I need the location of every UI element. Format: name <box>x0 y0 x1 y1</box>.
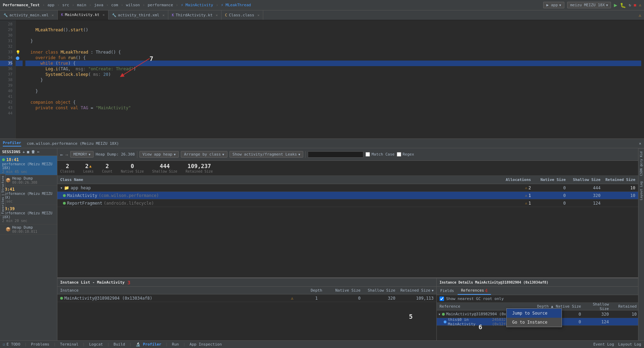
tab-label-activity-third: activity_third.xml <box>118 13 159 17</box>
status-problems[interactable]: Problems <box>31 342 49 347</box>
table-row-app-heap[interactable]: ▾ 📁 app heap ⚠ 2 0 444 10 <box>57 184 638 192</box>
side-label-layout-log[interactable]: Layout Log <box>638 179 644 203</box>
warning-icon-reportfragment: ⚠ <box>525 201 527 205</box>
search-input[interactable] <box>308 151 363 158</box>
add-session-icon[interactable]: + <box>23 150 25 154</box>
retained-sort-icon[interactable]: ▼ <box>432 289 434 292</box>
run-button[interactable]: ▶ <box>614 2 617 8</box>
warning-button[interactable]: ⚠ <box>639 3 641 7</box>
breadcrumb-mleakthread[interactable]: ⚡ MLeakThread <box>221 3 251 7</box>
tab-close-activity-main[interactable]: ✕ <box>52 13 54 17</box>
match-case-checkbox[interactable] <box>365 152 370 157</box>
forward-nav-btn[interactable]: → <box>65 152 68 157</box>
stat-retained-label: Retained Size <box>186 169 213 173</box>
heap-dump-item-2[interactable]: 📦 Heap Dump 00:00:10.011 <box>0 224 57 235</box>
stop-session-icon[interactable]: ■ <box>27 150 30 154</box>
status-logcat[interactable]: Logcat <box>89 342 103 347</box>
filter-dropdown[interactable]: Show activity/fragment Leaks ▼ <box>230 151 304 158</box>
status-terminal[interactable]: Terminal <box>60 342 79 347</box>
context-menu-go-to-instance[interactable]: Go to Instance <box>507 318 562 327</box>
tab-references[interactable]: References 4 <box>458 287 491 295</box>
heap-dump-item-1[interactable]: 📦 Heap Dump 00:00:26.308 <box>0 175 57 185</box>
tab-class[interactable]: C Class.class ✕ <box>222 10 263 20</box>
session-time-1: 18:41 <box>6 157 19 162</box>
stat-native-label: Native Size <box>121 169 144 173</box>
table-row-reportfragment[interactable]: ReportFragment (androidx.lifecycle) ⚠ 1 … <box>57 199 638 207</box>
stat-count-val: 2 <box>106 163 109 169</box>
mainactivity-name: MainActivity <box>67 193 97 198</box>
sessions-header: SESSIONS + ■ 🗑 ← <box>0 148 57 156</box>
debug-button[interactable]: 🐛 <box>620 2 626 8</box>
session-time-3: 18:39 <box>2 206 55 211</box>
side-label-structure[interactable]: Structure <box>0 174 6 195</box>
context-menu-jump-to-source[interactable]: Jump to Source <box>507 309 562 318</box>
gutter-breakpoint[interactable]: ⬤ <box>16 55 23 61</box>
app-heap-label: app heap <box>71 185 91 190</box>
ref-dot-2 <box>444 321 446 323</box>
view-heap-dropdown[interactable]: View app heap ▼ <box>139 151 179 158</box>
regex-checkbox[interactable] <box>397 152 401 157</box>
view-heap-label: View app heap <box>143 152 172 157</box>
tab-close-thirdactivity[interactable]: ✕ <box>216 13 218 17</box>
tab-activity-third[interactable]: 🔧 activity_third.xml ✕ <box>108 10 168 20</box>
tab-fields[interactable]: Fields <box>437 287 458 295</box>
th-shallow-label: Shallow Size <box>573 177 601 182</box>
side-label-csdn[interactable]: CSDN @cry Kid <box>638 148 644 179</box>
breadcrumb-app[interactable]: app <box>48 3 55 7</box>
tab-activity-main[interactable]: 🔧 activity_main.xml ✕ <box>0 10 58 20</box>
breadcrumb-src[interactable]: src <box>62 3 69 7</box>
right-side-labels: CSDN @cry Kid Layout Log <box>638 148 644 348</box>
back-icon[interactable]: ← <box>37 150 40 154</box>
mainactivity-shallow: 320 <box>569 193 603 198</box>
breadcrumb-java[interactable]: java <box>94 3 104 7</box>
ref-shallow-2: 124 <box>582 319 610 324</box>
breadcrumb-main[interactable]: main <box>77 3 87 7</box>
delete-session-icon[interactable]: 🗑 <box>31 150 35 154</box>
tab-close-mainactivity[interactable]: ✕ <box>103 13 105 17</box>
details-header-label: Instance Details MainActivity@318982904 … <box>440 280 548 284</box>
instance-warning-1: ⚠ <box>280 296 304 301</box>
heap-dump-icon-1: 📦 <box>6 178 11 183</box>
instance-list: Instance List - MainActivity 3 Instance … <box>57 278 436 348</box>
status-event-log[interactable]: Event Log <box>593 342 614 347</box>
line-numbers: 28 29 30 31 32 33 34 35 36 37 38 39 40 4… <box>0 20 16 139</box>
run-config-dropdown[interactable]: ▶ app ▼ <box>543 2 564 8</box>
session-item-2[interactable]: 18:41 performance (Meizu MEIZU 18X) 3 se… <box>0 185 57 205</box>
tab-close-class[interactable]: ✕ <box>257 13 259 17</box>
profiler-content: SESSIONS + ■ 🗑 ← 18:41 performance (Meiz… <box>0 148 644 348</box>
side-label-favorites[interactable]: Favorites <box>0 195 6 216</box>
instance-row-1[interactable]: MainActivity@318982904 (0x13034af8) ⚠ 1 … <box>57 294 436 302</box>
tab-close-activity-third[interactable]: ✕ <box>162 13 164 17</box>
table-row-mainactivity[interactable]: MainActivity (com.wilson.performance) ⚠ … <box>57 192 638 199</box>
instance-native-1: 0 <box>329 296 363 301</box>
back-nav-btn[interactable]: ← <box>60 152 63 157</box>
tab-thirdactivity[interactable]: K ThirdActivity.kt ✕ <box>168 10 222 20</box>
gutter-lightbulb[interactable]: 💡 <box>16 49 23 55</box>
session-item-3[interactable]: 18:39 performance (Meizu MEIZU 18X) 2 mi… <box>0 205 57 224</box>
breadcrumb-performance[interactable]: performance <box>148 3 173 7</box>
arrange-dropdown[interactable]: Arrange by class ▼ <box>181 151 227 158</box>
breadcrumb-wilson[interactable]: wilson <box>126 3 140 7</box>
memory-dropdown[interactable]: MEMORY ▼ <box>70 151 94 158</box>
profiler-close-icon[interactable]: ✕ <box>639 141 641 146</box>
device-dropdown[interactable]: meizu MEIZU 18X ▼ <box>567 2 611 8</box>
stats-row: 2 Classes 2 ▲ Leaks 2 Count 0 Native Siz… <box>57 161 638 176</box>
gc-root-checkbox[interactable] <box>440 296 444 301</box>
breadcrumb-com[interactable]: com <box>111 3 118 7</box>
reportfragment-shallow: 124 <box>569 201 603 206</box>
session-item-1[interactable]: 18:41 performance (Meizu MEIZU 18X) 2 mi… <box>0 156 57 175</box>
status-todo[interactable]: ☑ E TODO <box>3 342 20 347</box>
tab-mainactivity[interactable]: K MainActivity.kt ✕ <box>58 10 108 20</box>
status-app-inspection[interactable]: App Inspection <box>190 342 222 347</box>
th-allocations: Allocations <box>499 177 534 182</box>
status-build[interactable]: Build <box>114 342 125 347</box>
th-native-size: Native Size <box>534 177 569 182</box>
stop-button[interactable]: ■ <box>634 3 636 7</box>
status-run[interactable]: Run <box>172 342 179 347</box>
refresh-button[interactable]: ↻ <box>629 3 631 7</box>
breadcrumb-mainactivity[interactable]: ⚡ MainActivity <box>181 3 213 7</box>
status-layout-log[interactable]: Layout Log <box>618 342 641 347</box>
profiler-tab-label[interactable]: Profiler <box>3 141 21 147</box>
status-profiler[interactable]: 🔬 Profiler <box>136 342 161 347</box>
session-name-3: performance (Meizu MEIZU 18X) <box>2 211 55 219</box>
